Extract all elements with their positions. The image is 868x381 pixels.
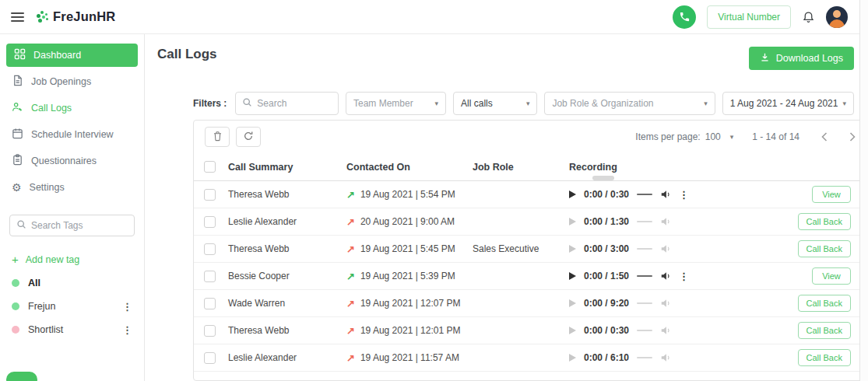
filters-row: Filters : Team Member ▾ All calls ▾ Job …	[193, 92, 854, 115]
row-checkbox[interactable]	[204, 271, 216, 282]
play-icon[interactable]	[569, 190, 576, 198]
team-member-select[interactable]: Team Member ▾	[346, 92, 446, 115]
row-checkbox[interactable]	[204, 243, 216, 255]
next-page-icon[interactable]	[849, 132, 856, 142]
table-toolbar: Items per page: 100 ▾ 1 - 14 of 14	[194, 121, 866, 153]
tag-item-frejun[interactable]: Frejun ⋮	[0, 295, 144, 318]
audio-player: 0:00 / 6:10⋮	[569, 352, 792, 363]
row-checkbox[interactable]	[204, 216, 216, 228]
virtual-number-button[interactable]: Virtual Number	[707, 5, 791, 29]
refresh-button[interactable]	[236, 127, 261, 147]
clipboard-icon	[12, 154, 23, 168]
speaker-icon[interactable]	[660, 352, 671, 363]
sidebar-item-job-openings[interactable]: Job Openings	[0, 68, 144, 95]
sidebar-item-schedule-interview[interactable]: Schedule Interview	[0, 121, 144, 148]
volume-slider[interactable]	[637, 194, 652, 195]
row-action-button[interactable]: Call Back	[798, 213, 851, 230]
search-input[interactable]	[257, 98, 332, 109]
row-checkbox[interactable]	[204, 189, 216, 201]
row-checkbox[interactable]	[204, 352, 216, 364]
table-row: Leslie Alexander ↗19 Aug 2021 | 11:57 AM…	[194, 344, 866, 372]
call-direction-icon: ↗	[346, 325, 355, 337]
recording-time: 0:00 / 1:30	[584, 216, 629, 227]
speaker-icon[interactable]	[660, 216, 671, 227]
play-icon[interactable]	[569, 354, 576, 362]
speaker-icon[interactable]	[660, 189, 671, 200]
call-summary-name: Theresa Webb	[228, 243, 346, 254]
play-icon[interactable]	[569, 299, 576, 307]
download-logs-button[interactable]: Download Logs	[749, 47, 854, 70]
delete-button[interactable]	[205, 127, 230, 147]
call-direction-icon: ↗	[346, 216, 355, 228]
items-per-page-select[interactable]: Items per page: 100 ▾	[635, 131, 733, 142]
page-title: Call Logs	[157, 47, 217, 62]
play-icon[interactable]	[569, 272, 576, 280]
play-icon[interactable]	[569, 218, 576, 225]
topbar: FreJunHR Virtual Number	[0, 0, 868, 34]
table-header-row: Call Summary Contacted On Job Role Recor…	[194, 153, 866, 181]
recording-time: 0:00 / 6:10	[584, 352, 629, 363]
speaker-icon[interactable]	[660, 325, 671, 336]
tag-item-all[interactable]: All ⋮	[0, 271, 144, 295]
notifications-bell-icon[interactable]	[802, 10, 815, 24]
search-field[interactable]	[235, 92, 339, 115]
sidebar-item-settings[interactable]: ⚙ Settings	[0, 174, 144, 201]
play-icon[interactable]	[569, 245, 576, 253]
sidebar-item-dashboard[interactable]: Dashboard	[6, 44, 138, 67]
select-all-checkbox[interactable]	[204, 161, 216, 173]
tag-label: All	[28, 278, 40, 288]
call-type-select[interactable]: All calls ▾	[453, 92, 537, 115]
menu-icon[interactable]	[11, 12, 24, 22]
tag-item-shortlist[interactable]: Shortlist ⋮	[0, 318, 144, 341]
search-tags-input[interactable]	[31, 220, 128, 231]
speaker-icon[interactable]	[660, 271, 671, 281]
player-menu-icon[interactable]: ⋮	[679, 189, 689, 201]
contacted-on-text: 20 Aug 2021 | 9:00 AM	[360, 216, 455, 227]
row-checkbox[interactable]	[204, 325, 216, 337]
volume-slider[interactable]	[637, 357, 652, 358]
volume-slider[interactable]	[637, 221, 652, 222]
scrollbar-thumb[interactable]	[592, 176, 614, 180]
row-action-button[interactable]: Call Back	[798, 349, 851, 366]
volume-slider[interactable]	[637, 302, 652, 304]
add-new-tag-button[interactable]: + Add new tag	[12, 253, 132, 265]
col-header-call-summary: Call Summary	[228, 162, 346, 173]
sidebar-item-questionnaires[interactable]: Questionnaires	[0, 148, 144, 174]
play-icon[interactable]	[569, 327, 576, 334]
search-tags-field[interactable]	[9, 215, 135, 236]
job-role-text: Sales Executive	[473, 243, 569, 254]
table-row: Wade Warren ↗19 Aug 2021 | 12:07 PM 0:00…	[194, 290, 866, 317]
recording-time: 0:00 / 1:50	[584, 271, 629, 281]
job-role-select[interactable]: Job Role & Organization ▾	[544, 92, 715, 115]
phone-call-icon[interactable]	[673, 5, 696, 29]
sidebar-item-call-logs[interactable]: Call Logs	[0, 95, 144, 121]
speaker-icon[interactable]	[660, 298, 671, 309]
date-range-picker[interactable]: 1 Aug 2021 - 24 Aug 2021 ▾	[722, 92, 854, 115]
audio-player: 0:00 / 1:50⋮	[569, 271, 792, 282]
filters-label: Filters :	[193, 98, 227, 109]
table-row: Theresa Webb ↗19 Aug 2021 | 5:45 PM Sale…	[194, 236, 866, 263]
row-action-button[interactable]: Call Back	[798, 295, 851, 312]
tag-list: All ⋮ Frejun ⋮ Shortlist ⋮	[0, 271, 144, 341]
user-avatar[interactable]	[826, 6, 848, 28]
page-scrollbar[interactable]	[859, 0, 868, 381]
row-action-button[interactable]: Call Back	[798, 322, 851, 339]
tag-menu-icon[interactable]: ⋮	[122, 324, 132, 336]
row-action-button[interactable]: View	[812, 186, 851, 203]
previous-page-icon[interactable]	[821, 132, 828, 142]
tag-menu-icon[interactable]: ⋮	[122, 301, 132, 313]
volume-slider[interactable]	[637, 330, 652, 331]
call-summary-name: Leslie Alexander	[228, 352, 346, 363]
sidebar-item-label: Call Logs	[31, 103, 72, 114]
team-member-placeholder: Team Member	[353, 98, 413, 109]
speaker-icon[interactable]	[660, 243, 671, 254]
volume-slider[interactable]	[637, 248, 652, 250]
row-action-button[interactable]: Call Back	[798, 240, 851, 257]
row-action-button[interactable]: View	[812, 267, 851, 285]
search-icon	[16, 219, 26, 232]
volume-slider[interactable]	[637, 275, 652, 277]
chat-widget[interactable]	[6, 372, 37, 381]
call-logs-table-card: Items per page: 100 ▾ 1 - 14 of 14 Call …	[193, 120, 867, 381]
player-menu-icon[interactable]: ⋮	[679, 271, 689, 282]
row-checkbox[interactable]	[204, 298, 216, 309]
